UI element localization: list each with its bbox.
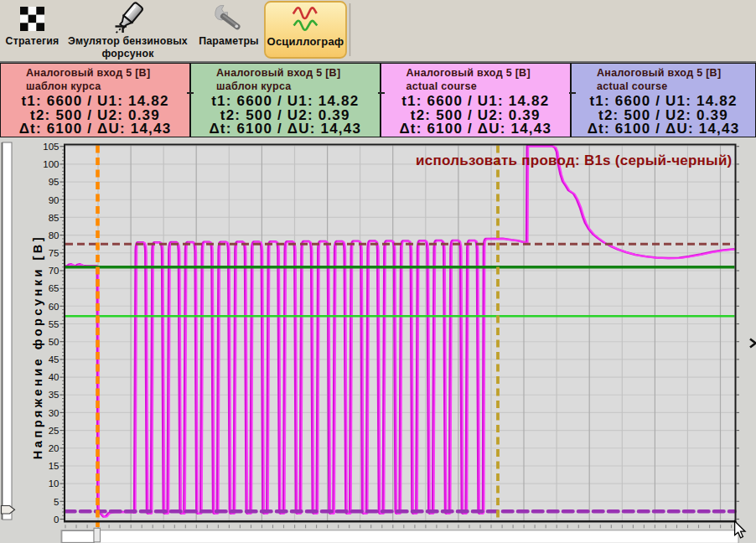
svg-text:30: 30 (49, 408, 60, 418)
svg-text:15: 15 (49, 461, 60, 471)
svg-text:80: 80 (49, 230, 60, 240)
svg-text:35: 35 (49, 390, 60, 400)
svg-text:70: 70 (49, 266, 60, 276)
svg-text:40: 40 (49, 372, 60, 382)
svg-text:20: 20 (49, 443, 60, 453)
svg-text:45: 45 (49, 354, 60, 365)
svg-text:100: 100 (43, 159, 59, 169)
svg-text:0: 0 (54, 515, 59, 525)
svg-text:95: 95 (49, 177, 60, 187)
svg-text:75: 75 (49, 248, 60, 258)
svg-text:50: 50 (49, 337, 60, 347)
svg-text:использовать провод: B1s (серы: использовать провод: B1s (серый-черный) (416, 153, 732, 168)
svg-text:60: 60 (49, 302, 60, 312)
svg-text:5: 5 (54, 497, 59, 507)
svg-text:90: 90 (49, 195, 60, 205)
svg-text:25: 25 (49, 426, 60, 436)
svg-text:10: 10 (49, 478, 60, 489)
svg-text:85: 85 (49, 213, 60, 223)
svg-text:105: 105 (43, 142, 59, 152)
svg-text:Напряжение форсунки [В]: Напряжение форсунки [В] (31, 235, 44, 459)
svg-text:65: 65 (49, 283, 60, 293)
svg-text:55: 55 (49, 319, 60, 329)
